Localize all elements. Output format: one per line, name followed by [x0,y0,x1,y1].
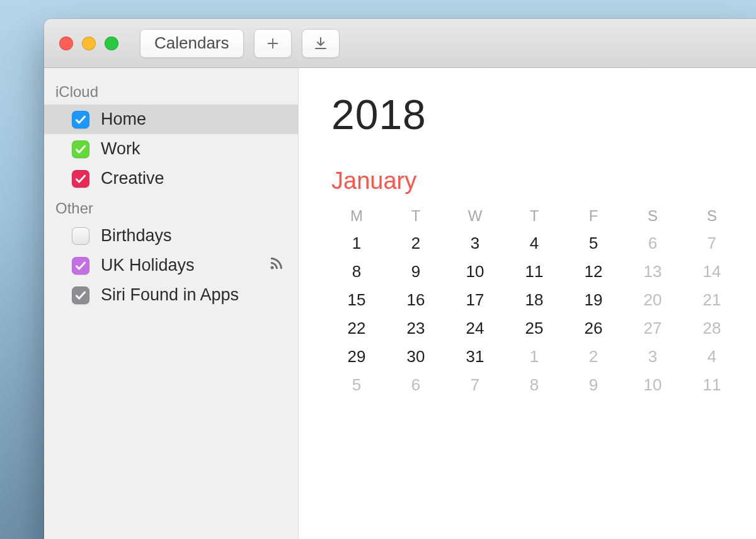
weekday-header: M [331,207,382,225]
weekday-header: T [509,207,559,225]
day-cell[interactable]: 1 [509,347,559,366]
calendar-checkbox[interactable] [72,287,89,304]
calendar-list-item[interactable]: UK Holidays [44,251,298,280]
day-cell[interactable]: 9 [391,262,441,281]
day-cell[interactable]: 2 [391,234,441,253]
day-cell[interactable]: 16 [391,290,441,310]
calendar-list-item[interactable]: Siri Found in Apps [44,280,298,310]
weekday-header: W [450,207,500,225]
day-cell[interactable]: 29 [331,347,382,366]
inbox-button[interactable] [302,29,340,58]
calendar-label: Creative [101,169,287,188]
sidebar-section-title: Other [44,193,298,221]
calendar-sidebar: iCloudHomeWorkCreativeOtherBirthdaysUK H… [44,68,299,539]
calendar-checkbox[interactable] [72,140,89,158]
zoom-button[interactable] [105,37,118,50]
day-cell[interactable]: 7 [450,375,500,395]
calendar-list-item[interactable]: Work [44,134,298,164]
day-cell[interactable]: 9 [568,375,619,395]
calendars-toggle-button[interactable]: Calendars [140,29,244,58]
calendar-checkbox[interactable] [72,170,89,188]
calendar-list-item[interactable]: Birthdays [44,221,298,251]
day-cell[interactable]: 6 [391,375,441,395]
day-cell[interactable]: 12 [568,262,619,281]
day-cell[interactable]: 24 [450,319,500,338]
day-cell[interactable]: 10 [450,262,500,281]
minimize-button[interactable] [82,37,96,50]
day-cell[interactable]: 8 [509,375,559,395]
day-cell[interactable]: 5 [331,375,382,395]
calendar-checkbox[interactable] [72,227,89,245]
day-cell[interactable]: 1 [331,234,382,253]
day-cell[interactable]: 17 [450,290,500,310]
calendar-label: Siri Found in Apps [101,285,287,305]
svg-point-4 [271,266,274,270]
day-cell[interactable]: 4 [509,234,559,253]
day-cell[interactable]: 11 [687,375,737,395]
weekday-header: T [391,207,441,225]
day-cell[interactable]: 7 [687,234,737,253]
month-grid: MTWTFSS123456789101112131415161718192021… [331,207,737,395]
day-cell[interactable]: 19 [568,290,619,310]
day-cell[interactable]: 11 [509,262,559,281]
day-cell[interactable]: 20 [627,290,678,310]
day-cell[interactable]: 8 [331,262,382,281]
calendar-checkbox[interactable] [72,257,89,275]
calendar-label: Home [101,110,287,129]
day-cell[interactable]: 13 [627,262,678,281]
calendar-label: Birthdays [101,226,287,246]
weekday-header: S [687,207,737,225]
close-button[interactable] [59,37,73,50]
day-cell[interactable]: 14 [687,262,737,281]
sidebar-section-title: iCloud [44,77,298,105]
day-cell[interactable]: 31 [450,347,500,366]
day-cell[interactable]: 15 [331,290,382,310]
window-controls [59,37,118,50]
add-button[interactable] [254,29,292,58]
inbox-download-icon [313,36,328,51]
calendar-window: Calendars iCloudHomeWorkCreativeOtherBir… [44,19,756,539]
day-cell[interactable]: 10 [627,375,678,395]
titlebar: Calendars [44,19,756,68]
day-cell[interactable]: 27 [627,319,678,338]
day-cell[interactable]: 30 [391,347,441,366]
content-area: iCloudHomeWorkCreativeOtherBirthdaysUK H… [44,68,756,539]
calendar-list-item[interactable]: Creative [44,164,298,193]
year-label: 2018 [331,91,737,139]
month-label[interactable]: January [331,167,737,195]
plus-icon [266,37,280,50]
calendar-label: UK Holidays [101,256,258,275]
day-cell[interactable]: 2 [568,347,619,366]
calendar-label: Work [101,139,287,159]
calendars-toggle-label: Calendars [154,33,229,53]
weekday-header: S [627,207,678,225]
day-cell[interactable]: 22 [331,319,382,338]
day-cell[interactable]: 23 [391,319,441,338]
calendar-checkbox[interactable] [72,111,89,128]
day-cell[interactable]: 3 [627,347,678,366]
weekday-header: F [568,207,619,225]
day-cell[interactable]: 6 [627,234,678,253]
day-cell[interactable]: 18 [509,290,559,310]
year-view: 2018 January MTWTFSS12345678910111213141… [299,68,756,539]
day-cell[interactable]: 25 [509,319,559,338]
day-cell[interactable]: 26 [568,319,619,338]
calendar-list-item[interactable]: Home [44,105,298,134]
day-cell[interactable]: 28 [687,319,737,338]
day-cell[interactable]: 5 [568,234,619,253]
subscribed-icon [269,256,284,275]
day-cell[interactable]: 4 [687,347,737,366]
day-cell[interactable]: 21 [687,290,737,310]
day-cell[interactable]: 3 [450,234,500,253]
